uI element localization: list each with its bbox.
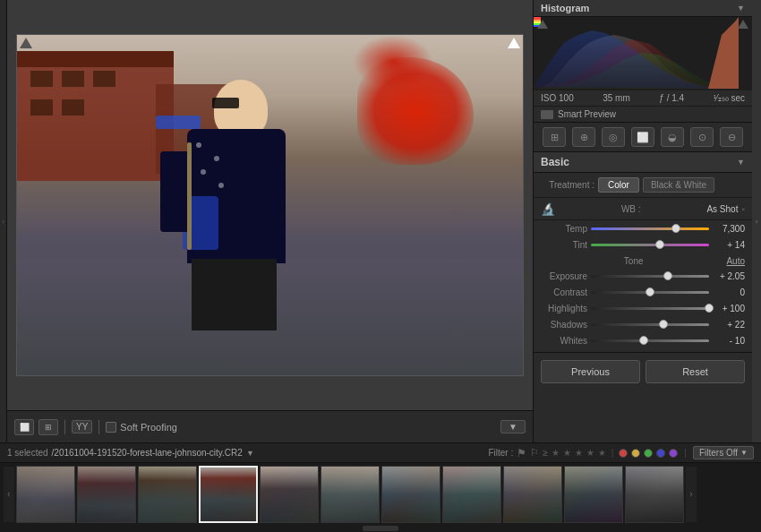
- bw-treatment-btn[interactable]: Black & White: [643, 177, 714, 193]
- tint-slider-thumb[interactable]: [655, 240, 664, 249]
- grid-view-btn[interactable]: ⊞: [38, 419, 58, 435]
- filter-flag-icon[interactable]: ⚑: [517, 447, 526, 459]
- thumb-9[interactable]: [503, 466, 562, 523]
- contrast-slider-row: Contrast 0: [534, 284, 752, 300]
- filters-off-label: Filters Off: [699, 448, 738, 458]
- contrast-slider-track[interactable]: [591, 286, 709, 298]
- temp-slider-track[interactable]: [591, 222, 709, 235]
- wb-eyedropper-icon[interactable]: 🔬: [541, 202, 555, 216]
- radial-filter-icon[interactable]: ⊙: [690, 127, 714, 147]
- color-filter-green[interactable]: [644, 449, 653, 458]
- thumb-11[interactable]: [625, 466, 684, 523]
- filters-off-btn[interactable]: Filters Off ▼: [693, 446, 754, 459]
- exposure-slider-track[interactable]: [591, 270, 709, 282]
- star-filter-4[interactable]: ★: [586, 448, 594, 458]
- reset-button[interactable]: Reset: [646, 360, 745, 383]
- shadows-value: + 22: [713, 320, 745, 330]
- highlights-slider-thumb[interactable]: [705, 304, 714, 313]
- thumb-7[interactable]: [381, 466, 440, 523]
- shadows-slider-thumb[interactable]: [659, 320, 668, 329]
- soft-proofing-label: Soft Proofing: [120, 422, 177, 433]
- contrast-slider-thumb[interactable]: [646, 287, 654, 296]
- soft-proofing-checkbox[interactable]: Soft Proofing: [106, 422, 177, 433]
- crop-tool-btn[interactable]: ⬜: [14, 419, 34, 435]
- thumb-10[interactable]: [564, 466, 623, 523]
- thumb-5[interactable]: [260, 466, 319, 523]
- tone-label: Tone: [541, 256, 726, 266]
- contrast-value: 0: [713, 287, 745, 297]
- yy-btn[interactable]: YY: [72, 420, 92, 433]
- right-panel-expand[interactable]: ›: [752, 0, 761, 442]
- exposure-slider-thumb[interactable]: [663, 271, 672, 280]
- heal-tool-icon[interactable]: ◎: [602, 127, 625, 147]
- basic-panel-title: Basic: [541, 156, 569, 168]
- whites-slider-thumb[interactable]: [639, 336, 648, 345]
- filter-reject-icon[interactable]: ⚐: [530, 447, 539, 459]
- wb-dropdown-icon[interactable]: ◦: [741, 204, 745, 214]
- filmstrip-collapse-btn[interactable]: [363, 526, 398, 531]
- photo-frame: [16, 34, 524, 376]
- meta-iso: ISO 100: [541, 93, 574, 103]
- left-panel-expand-arrow[interactable]: ›: [2, 218, 4, 226]
- clip-shadows-indicator[interactable]: [20, 38, 32, 48]
- whites-slider-track[interactable]: [591, 334, 709, 347]
- whites-slider-row: Whites - 10: [534, 332, 752, 348]
- smart-preview-icon: [541, 110, 553, 119]
- selected-count: 1 selected: [7, 448, 48, 458]
- center-area: ⬜ ⊞ YY Soft Proofing ▼: [7, 0, 533, 442]
- color-filter-red[interactable]: [619, 449, 628, 458]
- adjustment-brush-icon[interactable]: ⊖: [720, 127, 743, 147]
- thumb-4[interactable]: [199, 466, 258, 523]
- crop-tool-icon[interactable]: ⊕: [572, 127, 595, 147]
- highlights-slider-track[interactable]: [591, 302, 709, 314]
- clip-highlights-indicator[interactable]: [508, 38, 520, 48]
- star-filter-5[interactable]: ★: [598, 448, 606, 458]
- thumb-1[interactable]: [16, 466, 75, 523]
- whites-label: Whites: [541, 336, 587, 346]
- hist-clip-right[interactable]: [738, 20, 748, 29]
- temp-value: 7,300: [713, 224, 745, 234]
- thumb-2[interactable]: [77, 466, 136, 523]
- previous-button[interactable]: Previous: [541, 360, 640, 383]
- color-treatment-btn[interactable]: Color: [598, 177, 639, 193]
- thumb-8[interactable]: [442, 466, 501, 523]
- shadows-slider-track[interactable]: [591, 318, 709, 330]
- whites-value: - 10: [713, 336, 745, 346]
- left-panel: ›: [0, 0, 7, 442]
- filmstrip-prev-nav[interactable]: ‹: [4, 467, 14, 522]
- star-filter-3[interactable]: ★: [575, 448, 583, 458]
- color-filter-blue[interactable]: [656, 449, 665, 458]
- toolbar-dropdown-btn[interactable]: ▼: [500, 420, 526, 433]
- filter-gte-icon[interactable]: ≥: [543, 448, 548, 458]
- temp-slider-thumb[interactable]: [671, 224, 680, 233]
- file-path: /20161004-191520-forest-lane-johnson-cit…: [52, 448, 243, 458]
- right-panel: Histogram ▼: [533, 0, 752, 442]
- grid-tool-icon[interactable]: ⊞: [543, 127, 566, 147]
- thumb-3[interactable]: [138, 466, 197, 523]
- meta-shutter: ¹⁄₂₅₀ sec: [714, 93, 745, 103]
- hist-clip-left[interactable]: [537, 20, 548, 29]
- redeye-tool-icon[interactable]: ⬜: [631, 127, 654, 147]
- color-filter-yellow[interactable]: [631, 449, 640, 458]
- auto-label[interactable]: Auto: [726, 256, 745, 266]
- color-filter-purple[interactable]: [669, 449, 678, 458]
- path-dropdown-icon[interactable]: ▼: [246, 449, 254, 458]
- exposure-slider-row: Exposure + 2.05: [534, 268, 752, 284]
- basic-panel-dropdown-icon: ▼: [737, 158, 745, 167]
- contrast-label: Contrast: [541, 287, 587, 297]
- star-filter-2[interactable]: ★: [563, 448, 571, 458]
- filters-off-dropdown: ▼: [740, 449, 748, 457]
- filmstrip-next-nav[interactable]: ›: [686, 467, 697, 522]
- tint-value: + 14: [713, 240, 745, 250]
- grad-filter-icon[interactable]: ◒: [661, 127, 684, 147]
- treatment-row: Treatment : Color Black & White: [534, 173, 752, 198]
- highlights-slider-row: Highlights + 100: [534, 300, 752, 316]
- histogram-header[interactable]: Histogram ▼: [534, 0, 752, 17]
- thumb-6[interactable]: [321, 466, 380, 523]
- star-filter-1[interactable]: ★: [552, 448, 560, 458]
- basic-panel-header[interactable]: Basic ▼: [534, 152, 752, 173]
- tint-slider-track[interactable]: [591, 238, 709, 251]
- histogram-title: Histogram: [541, 3, 589, 13]
- shadows-slider-row: Shadows + 22: [534, 316, 752, 332]
- shadows-label: Shadows: [541, 320, 587, 330]
